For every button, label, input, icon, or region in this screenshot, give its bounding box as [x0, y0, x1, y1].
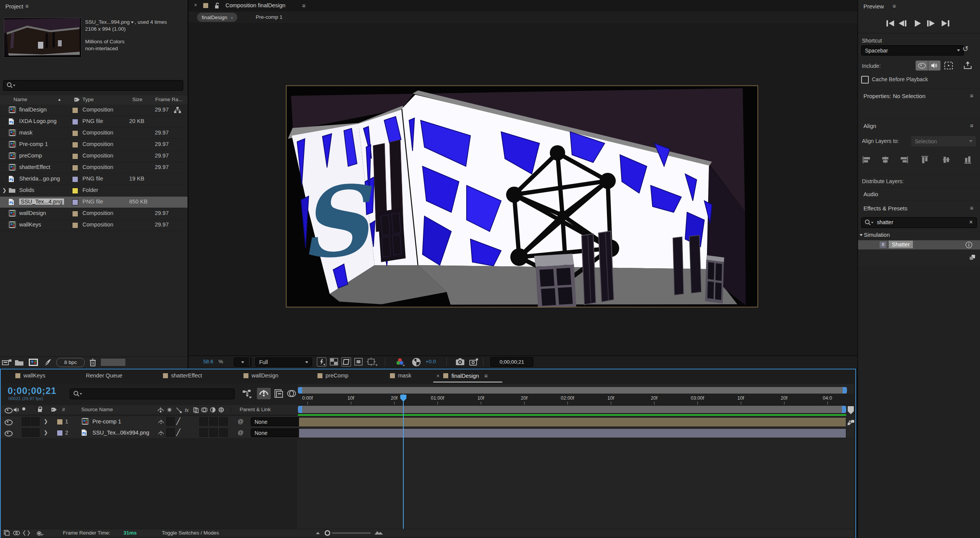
search-icon[interactable] — [6, 82, 16, 89]
composition-tab-close-icon[interactable]: × — [194, 2, 197, 8]
parent-pickwhip-icon[interactable]: @ — [238, 429, 243, 436]
timeline-tab-wallkeys[interactable]: wallKeys — [15, 372, 45, 379]
effect-item-row[interactable]: 8 Shatter — [858, 240, 980, 249]
comp-button-pencil-icon[interactable] — [847, 418, 855, 426]
timeline-tab-shattereffect[interactable]: shatterEffect — [163, 372, 202, 379]
tab-label[interactable]: mask — [398, 372, 411, 379]
layer-source-name[interactable]: Pre-comp 1 — [92, 418, 121, 425]
label-column-tag-icon[interactable] — [51, 407, 58, 412]
timeline-timecode[interactable]: 0;00;00;21 — [8, 385, 56, 396]
motion-blur-cell[interactable] — [209, 417, 218, 426]
three-d-cell[interactable] — [219, 428, 228, 437]
lock-cell[interactable] — [31, 417, 39, 426]
layer-expand-arrow-icon[interactable]: ❯ — [44, 430, 48, 435]
reset-shortcut-icon[interactable]: ↺ — [962, 44, 968, 53]
tab-label[interactable]: finalDesign — [451, 373, 479, 379]
video-column-eye-icon[interactable] — [5, 408, 13, 413]
include-overlays-icon[interactable] — [944, 61, 953, 70]
show-snapshot-icon[interactable] — [469, 358, 478, 366]
tab-label[interactable]: wallDesign — [252, 372, 278, 379]
unlock-icon[interactable] — [215, 3, 219, 9]
label-color-swatch[interactable] — [72, 119, 78, 125]
file-name[interactable]: SSU_Tex...4.png — [19, 198, 64, 205]
timeline-zoom-control[interactable] — [315, 530, 392, 536]
channel-rgb-icon[interactable] — [396, 358, 406, 367]
column-size[interactable]: Size — [132, 97, 142, 102]
fast-previews-icon[interactable] — [317, 357, 327, 367]
time-ruler[interactable]: 0:00f10f20f01:00f10f20f02:00f10f20f03:00… — [297, 394, 854, 405]
file-name[interactable]: Sherida...go.png — [19, 176, 60, 182]
preview-panel-menu-icon[interactable]: ≡ — [893, 3, 896, 9]
composition-tab-title[interactable]: Composition finalDesign — [225, 2, 285, 8]
exposure-icon[interactable] — [412, 358, 421, 367]
label-color-swatch[interactable] — [72, 176, 78, 182]
project-file-row[interactable]: Pre-comp 1Composition29.97 — [0, 139, 187, 151]
zoom-value[interactable]: 58.6 — [203, 359, 213, 364]
export-icon[interactable] — [963, 61, 972, 70]
parent-pickwhip-icon[interactable]: @ — [238, 418, 243, 425]
shy-toggle-active[interactable] — [257, 388, 271, 399]
motion-blur-cell[interactable] — [209, 428, 218, 437]
timeline-search-input[interactable] — [70, 389, 235, 399]
composition-tab-label-swatch[interactable] — [203, 3, 208, 8]
collapse-cell[interactable] — [166, 417, 175, 426]
lock-column-icon[interactable] — [38, 409, 42, 412]
file-name[interactable]: Solids — [19, 187, 35, 193]
footage-name-dropdown-icon[interactable] — [131, 21, 134, 23]
interpret-footage-icon[interactable] — [2, 359, 12, 366]
project-file-row[interactable]: maskComposition29.97 — [0, 128, 187, 139]
tab-label[interactable]: shatterEffect — [171, 372, 202, 379]
layer-shy-icon[interactable] — [158, 430, 164, 436]
tab-label[interactable]: Render Queue — [86, 372, 122, 379]
info-icon[interactable] — [965, 241, 972, 248]
effects-search-input[interactable]: shatter × — [861, 217, 977, 228]
column-source-name[interactable]: Source Name — [81, 407, 113, 412]
breadcrumb-current-comp[interactable]: finalDesign ‹ — [197, 13, 237, 22]
column-name[interactable]: Name — [13, 97, 27, 102]
status-bar-pane-toggles[interactable] — [4, 530, 46, 536]
label-column-tag-icon[interactable] — [74, 97, 81, 102]
cache-before-playback-checkbox[interactable] — [861, 76, 869, 84]
timeline-tab-walldesign[interactable]: wallDesign — [243, 372, 278, 379]
project-file-row[interactable]: IXDA Logo.pngPNG file20 KB — [0, 116, 187, 128]
file-name[interactable]: finalDesign — [19, 107, 47, 113]
breadcrumb-precomp[interactable]: Pre-comp 1 — [256, 14, 283, 20]
layer-color-swatch[interactable] — [57, 430, 63, 436]
bit-depth-button[interactable]: 8 bpc — [56, 358, 85, 367]
project-file-row[interactable]: SSU_Tex...4.pngPNG file850 KB — [0, 197, 187, 208]
tab-close-icon[interactable]: × — [436, 373, 439, 379]
column-number[interactable]: # — [62, 407, 65, 412]
transport-controls[interactable] — [886, 19, 955, 28]
motion-blur-icon[interactable] — [287, 389, 297, 399]
exposure-value[interactable]: +0.0 — [426, 359, 436, 364]
collapse-cell[interactable] — [166, 428, 175, 437]
project-file-row[interactable]: shatterEffectComposition29.97 — [0, 162, 187, 174]
work-area-end-handle[interactable] — [842, 406, 846, 413]
label-color-swatch[interactable] — [72, 199, 78, 205]
navigator-start-handle[interactable] — [298, 387, 302, 394]
file-name[interactable]: IXDA Logo.png — [19, 118, 57, 124]
file-name[interactable]: preComp — [19, 153, 42, 159]
composition-panel-menu-icon[interactable]: ≡ — [302, 2, 305, 9]
project-file-row[interactable]: wallKeysComposition29.97 — [0, 220, 187, 231]
file-name[interactable]: wallDesign — [19, 210, 46, 216]
timeline-menu-icon[interactable]: ≡ — [484, 372, 487, 379]
transparency-grid-icon[interactable] — [330, 358, 338, 366]
file-name[interactable]: shatterEffect — [19, 164, 50, 170]
audio-cell[interactable] — [22, 428, 30, 437]
new-composition-icon[interactable] — [28, 358, 38, 366]
layer-shy-icon[interactable] — [158, 418, 164, 425]
mask-visibility-icon[interactable] — [341, 357, 351, 367]
label-color-swatch[interactable] — [72, 211, 78, 217]
shortcut-dropdown[interactable]: Spacebar — [861, 45, 964, 56]
column-type[interactable]: Type — [82, 97, 94, 102]
label-color-swatch[interactable] — [72, 188, 78, 194]
timeline-layer-row[interactable]: ❯2SSU_Tex...06x994.png╱@None — [1, 427, 854, 439]
snapshot-camera-icon[interactable] — [455, 358, 465, 366]
comp-marker-bin-icon[interactable] — [847, 406, 855, 415]
composition-mini-flowchart-icon[interactable] — [242, 389, 252, 399]
label-color-swatch[interactable] — [72, 142, 78, 148]
effects-category-row[interactable]: Simulation — [860, 232, 890, 238]
column-frame-rate[interactable]: Frame Ra... — [155, 97, 183, 102]
viewer-canvas-area[interactable]: S — [189, 23, 857, 356]
